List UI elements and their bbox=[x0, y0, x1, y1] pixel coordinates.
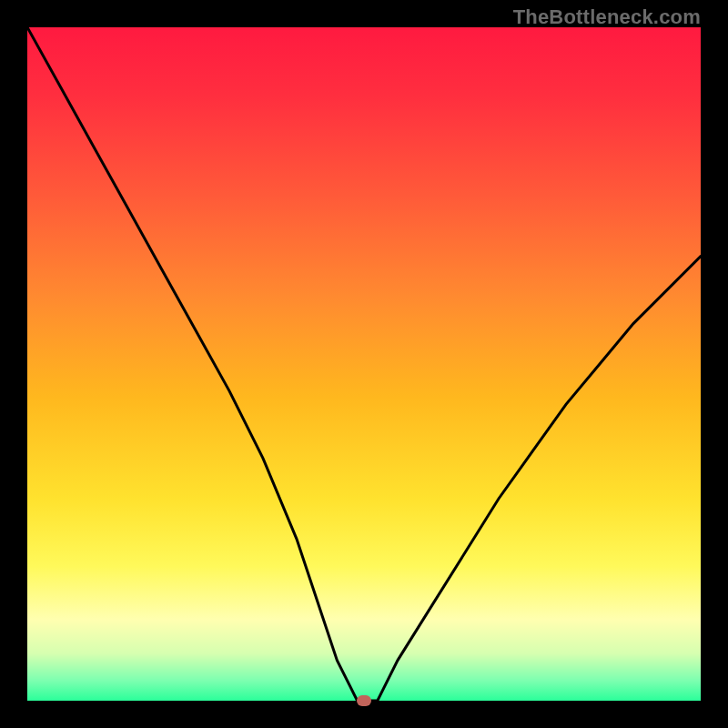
chart-plot-area bbox=[27, 27, 701, 701]
minimum-indicator-dot bbox=[357, 695, 371, 706]
watermark-text: TheBottleneck.com bbox=[513, 5, 701, 29]
chart-svg bbox=[27, 27, 701, 701]
